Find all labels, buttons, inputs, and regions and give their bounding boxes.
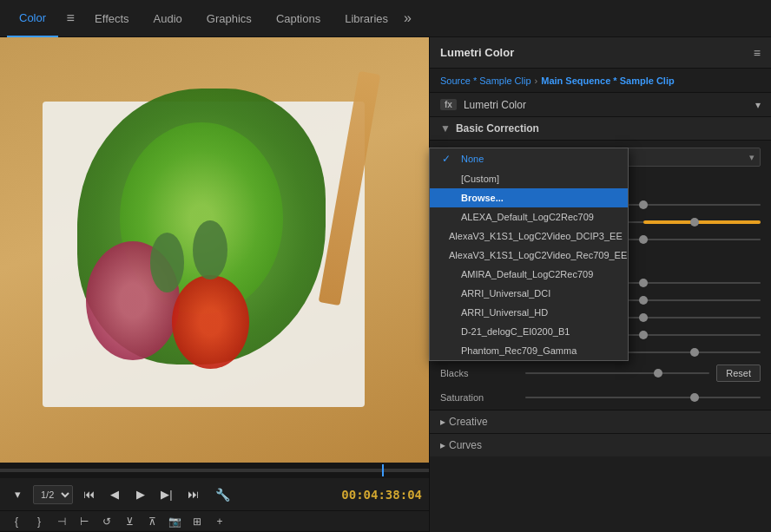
top-navigation: Color ≡ Effects Audio Graphics Captions … [0, 0, 771, 37]
lut-option-amira[interactable]: AMIRA_Default_LogC2Rec709 [430, 265, 628, 284]
nav-more-icon[interactable]: » [404, 10, 412, 26]
whites-thumb[interactable] [690, 348, 699, 357]
tool-mark-in[interactable]: ⊣ [52, 513, 71, 530]
curves-arrow-icon: ▸ [440, 439, 445, 451]
scrubber-bar[interactable] [0, 463, 429, 478]
curves-label-text: Curves [449, 439, 482, 451]
timeline-area: ▾ 1/2 ⏮ ◀ ▶ ▶| ⏭ 🔧 00:04:38:04 { } ⊣ ⊢ ↺ [0, 463, 429, 532]
tool-in-point[interactable]: { [7, 513, 26, 530]
playback-toggle-btn[interactable]: ▾ [7, 484, 28, 505]
fx-chevron-icon[interactable]: ▾ [755, 99, 761, 111]
reset-button[interactable]: Reset [716, 365, 761, 382]
tool-lift[interactable]: ⊼ [142, 513, 161, 530]
tool-camera[interactable]: 📷 [165, 513, 184, 530]
blacks-track[interactable] [525, 372, 709, 374]
lut-option-phantom[interactable]: Phantom_Rec709_Gamma [430, 341, 628, 360]
tool-loop[interactable]: ↺ [97, 513, 116, 530]
contrast-thumb[interactable] [639, 296, 648, 305]
lut-option-arri-hd[interactable]: ARRI_Universal_HD [430, 303, 628, 322]
source-clip-label[interactable]: Source * Sample Clip [440, 76, 531, 86]
basic-correction-header[interactable]: ▼ Basic Correction [430, 117, 771, 141]
lut-option-custom[interactable]: [Custom] [430, 169, 628, 188]
saturation-label: Saturation [440, 392, 518, 403]
play-btn[interactable]: ▶ [130, 484, 151, 505]
lut-option-alexav3-k1s1-dcip3[interactable]: AlexaV3_K1S1_LogC2Video_DCIP3_EE [430, 227, 628, 246]
lut-option-d21[interactable]: D-21_delogC_EI0200_B1 [430, 322, 628, 341]
shadows-thumb[interactable] [639, 331, 648, 339]
nav-color[interactable]: Color [7, 0, 58, 37]
cucumber2-element [193, 220, 227, 280]
curves-section-header[interactable]: ▸ Curves [430, 433, 771, 456]
tool-plus[interactable]: + [210, 513, 229, 530]
nav-hamburger-icon[interactable]: ≡ [58, 6, 82, 30]
lut-dropdown-overlay: ✓ None [Custom] Browse... ALEXA_Default_… [429, 148, 629, 361]
tool-mark-out[interactable]: ⊢ [75, 513, 94, 530]
sequence-clip-label[interactable]: Main Sequence * Sample Clip [541, 76, 674, 86]
blacks-thumb[interactable] [654, 369, 662, 378]
tool-button[interactable]: ⊞ [188, 513, 207, 530]
lut-option-browse[interactable]: Browse... [430, 188, 628, 207]
wrench-icon[interactable]: 🔧 [215, 488, 230, 502]
panel-title: Lumetri Color [440, 46, 514, 59]
section-title: Basic Correction [456, 122, 539, 135]
saturation-thumb[interactable] [690, 393, 699, 402]
blacks-label: Blacks [440, 368, 518, 378]
tint-thumb[interactable] [639, 235, 648, 244]
lut-option-none[interactable]: ✓ None [430, 148, 628, 169]
creative-section-header[interactable]: ▸ Creative [430, 410, 771, 433]
nav-libraries[interactable]: Libraries [333, 0, 400, 37]
check-icon: ✓ [442, 153, 454, 165]
temperature-fill [643, 220, 761, 224]
playback-controls: ▾ 1/2 ⏮ ◀ ▶ ▶| ⏭ 🔧 00:04:38:04 [0, 478, 429, 511]
lut-option-alexa-default[interactable]: ALEXA_Default_LogC2Rec709 [430, 207, 628, 227]
saturation-track[interactable] [525, 397, 761, 398]
blacks-row: Blacks Reset [440, 365, 761, 382]
nav-graphics[interactable]: Graphics [194, 0, 264, 37]
main-layout: ▾ 1/2 ⏮ ◀ ▶ ▶| ⏭ 🔧 00:04:38:04 { } ⊣ ⊢ ↺ [0, 37, 771, 532]
nav-effects[interactable]: Effects [82, 0, 142, 37]
step-forward-btn[interactable]: ⏭ [182, 484, 203, 505]
nav-captions[interactable]: Captions [264, 0, 333, 37]
temperature-thumb[interactable] [690, 218, 699, 227]
panel-header: Lumetri Color ≡ [430, 37, 771, 69]
clip-source-bar: Source * Sample Clip › Main Sequence * S… [430, 69, 771, 93]
exposure-thumb[interactable] [639, 279, 648, 287]
cucumber1-element [150, 233, 185, 292]
nav-audio[interactable]: Audio [142, 0, 194, 37]
lut-option-arri-dci[interactable]: ARRI_Universal_DCI [430, 284, 628, 303]
creative-label-text: Creative [449, 416, 488, 428]
fx-name: Lumetri Color [464, 99, 526, 111]
section-arrow-icon: ▼ [440, 122, 451, 135]
lut-option-alexav3-k1s1-rec709[interactable]: AlexaV3_K1S1_LogC2Video_Rec709_EE [430, 246, 628, 265]
wb-selector-thumb[interactable] [639, 200, 648, 209]
saturation-row: Saturation [440, 389, 761, 403]
video-frame [0, 37, 429, 463]
fx-badge: fx [440, 99, 457, 110]
step-back-btn[interactable]: ⏮ [78, 484, 99, 505]
tool-row: { } ⊣ ⊢ ↺ ⊻ ⊼ 📷 ⊞ + [0, 511, 429, 532]
scrubber-thumb[interactable] [382, 464, 384, 476]
timecode-display: 00:04:38:04 [341, 488, 422, 502]
scrubber-track [0, 469, 429, 472]
tool-extract[interactable]: ⊻ [120, 513, 139, 530]
lut-chevron-icon: ▾ [749, 152, 755, 163]
panel-menu-icon[interactable]: ≡ [754, 46, 761, 60]
next-frame-btn[interactable]: ▶| [156, 484, 177, 505]
video-preview-area [0, 37, 429, 463]
highlights-thumb[interactable] [639, 313, 648, 322]
prev-frame-btn[interactable]: ◀ [104, 484, 125, 505]
fx-bar: fx Lumetri Color ▾ [430, 93, 771, 117]
tool-out-point[interactable]: } [30, 513, 49, 530]
quality-select[interactable]: 1/2 [33, 485, 73, 504]
creative-arrow-icon: ▸ [440, 416, 445, 428]
tomato-element [172, 275, 249, 369]
left-panel: ▾ 1/2 ⏮ ◀ ▶ ▶| ⏭ 🔧 00:04:38:04 { } ⊣ ⊢ ↺ [0, 37, 429, 532]
